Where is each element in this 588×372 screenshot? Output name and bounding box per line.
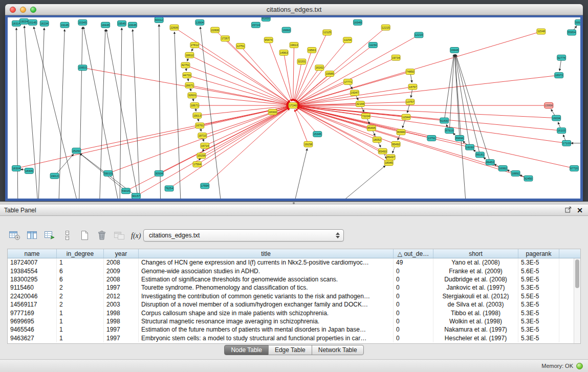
graph-node[interactable]: 19613 (290, 42, 298, 48)
graph-node[interactable]: 18710 (198, 133, 207, 139)
graph-node[interactable]: 16761 (195, 123, 204, 128)
graph-node[interactable]: 16034 (552, 115, 561, 121)
graph-node[interactable]: 59015 (104, 170, 113, 176)
tab-network-table[interactable]: Network Table (312, 345, 364, 355)
table-row[interactable]: 946362711997Embryonic stem cells: a mode… (8, 334, 574, 342)
tab-node-table[interactable]: Node Table (224, 345, 269, 355)
graph-node[interactable]: 11154 (368, 42, 377, 48)
graph-node[interactable]: 18306 (25, 168, 33, 174)
graph-node[interactable]: 42751 (181, 62, 190, 68)
table-scrollbar[interactable] (574, 258, 580, 343)
graph-node[interactable]: 17771 (344, 79, 353, 84)
table-row[interactable]: 977716911998Corpus callosum shape and si… (8, 309, 574, 317)
graph-node[interactable]: 19034 (19, 18, 28, 24)
graph-node[interactable]: 90157 (132, 193, 140, 199)
graph-node[interactable]: 19563 (308, 48, 316, 53)
graph-node[interactable]: 19013 (50, 173, 59, 179)
graph-node[interactable]: 19585 (325, 71, 334, 77)
graph-node[interactable]: 60012 (155, 17, 163, 23)
graph-node[interactable]: 18973 (555, 73, 563, 78)
table-row[interactable]: 1830029562008Estimation of significance … (8, 275, 574, 283)
graph-node[interactable]: 19158 (304, 141, 313, 147)
graph-node[interactable]: 20145 (28, 19, 37, 25)
graph-node[interactable]: 18892 (511, 170, 520, 176)
graph-node[interactable]: 17240 (289, 103, 297, 108)
graph-node[interactable]: 80996 (397, 129, 405, 135)
table-row[interactable]: 1872400712008Changes of HCN gene express… (8, 258, 574, 267)
graph-node[interactable]: 13757 (406, 99, 415, 105)
table-row[interactable]: 946554611997Estimation of the future num… (8, 325, 574, 334)
graph-node[interactable]: 76254 (165, 186, 173, 191)
network-canvas[interactable]: 1724017771160473216672204854951805285493… (8, 17, 580, 199)
graph-node[interactable]: 11544 (402, 114, 410, 120)
graph-node[interactable]: 15958 (545, 103, 553, 108)
table-row[interactable]: 911546021997Tourette syndrome. Phenomeno… (8, 283, 574, 292)
graph-node[interactable]: 18234 (40, 20, 49, 26)
graph-node[interactable]: 44731 (183, 73, 191, 78)
graph-node[interactable]: 12219 (415, 32, 423, 38)
graph-node[interactable]: 11154 (343, 37, 352, 43)
graph-node[interactable]: 15724 (251, 22, 260, 28)
graph-node[interactable]: 32201 (297, 59, 306, 64)
graph-node[interactable]: 28671 (185, 82, 194, 88)
graph-node[interactable]: 72204 (361, 113, 370, 119)
tab-edge-table[interactable]: Edge Table (268, 345, 312, 355)
graph-node[interactable]: 19158 (197, 153, 206, 159)
graph-node[interactable]: 12751 (236, 43, 245, 49)
table-row[interactable]: 1456911722003Disruption of a novel membe… (8, 300, 574, 309)
graph-node[interactable]: 59015 (122, 188, 130, 194)
column-header-short[interactable]: short (433, 249, 518, 258)
delete-column-button[interactable] (95, 228, 108, 243)
graph-node[interactable]: 18445 (101, 22, 110, 28)
graph-node[interactable]: 16660 (282, 27, 291, 33)
graph-node[interactable]: 95474 (264, 37, 273, 43)
graph-node[interactable]: 20645 (128, 22, 137, 28)
graph-node[interactable]: 95492 (391, 141, 400, 147)
window-close-button[interactable] (10, 7, 16, 13)
graph-node[interactable]: 18052 (373, 137, 381, 143)
column-header-in_degree[interactable]: in_degree (57, 249, 104, 258)
table-scrollbar-thumb[interactable] (575, 259, 579, 288)
graph-node[interactable]: 18757 (408, 84, 417, 90)
graph-node[interactable]: 85495 (367, 125, 376, 131)
graph-node[interactable]: 25260 (72, 148, 81, 154)
graph-node[interactable]: 16162 (315, 65, 324, 71)
column-header-out_degree[interactable]: △ out_de… (394, 249, 433, 258)
graph-node[interactable]: 19545 (118, 20, 126, 26)
row-tools-button[interactable] (60, 228, 74, 243)
graph-node[interactable]: 92450 (524, 176, 533, 181)
graph-node[interactable]: 18304 (12, 166, 20, 171)
graph-node[interactable]: 27812 (190, 42, 199, 48)
window-minimize-button[interactable] (20, 7, 26, 13)
close-panel-button[interactable]: ✕ (577, 205, 583, 216)
graph-node[interactable]: 11548 (537, 29, 546, 34)
graph-node[interactable]: 59542 (575, 19, 580, 25)
window-zoom-button[interactable] (30, 7, 36, 13)
table-row[interactable]: 2242004622012Investigating the contribut… (8, 292, 574, 300)
graph-node[interactable]: 18612 (185, 52, 194, 58)
show-columns-button[interactable] (26, 228, 39, 243)
graph-node[interactable]: 17594 (201, 183, 209, 189)
table-row[interactable]: 969969511998Structural magnetic resonanc… (8, 317, 574, 325)
graph-node[interactable]: 14963 (279, 50, 288, 55)
window-titlebar[interactable]: citations_edges.txt (5, 4, 583, 15)
function-builder-button[interactable]: f(x) (130, 228, 143, 243)
graph-node[interactable]: 18300 (268, 109, 277, 115)
graph-node[interactable]: 12125 (323, 30, 332, 35)
graph-node[interactable]: 22806 (211, 27, 220, 33)
graph-node[interactable]: 15345 (313, 132, 322, 137)
graph-node[interactable]: 16714 (201, 143, 209, 148)
graph-node[interactable]: 18314 (12, 20, 20, 26)
graph-node[interactable]: 16992 (498, 166, 507, 171)
graph-node[interactable]: 16030 (466, 144, 474, 150)
graph-node[interactable]: 20653 (78, 65, 87, 71)
graph-node[interactable]: 61830 (440, 118, 449, 123)
import-table-button[interactable] (43, 228, 56, 243)
graph-node[interactable]: 16103 (557, 128, 566, 134)
graph-node[interactable]: 17594 (193, 162, 202, 167)
graph-node[interactable]: 87919 (445, 128, 454, 134)
graph-node[interactable]: 20345 (78, 19, 87, 25)
graph-node[interactable]: 99181 (475, 152, 484, 158)
graph-node[interactable]: 17267 (221, 36, 230, 41)
graph-node[interactable]: 67720 (570, 166, 579, 171)
